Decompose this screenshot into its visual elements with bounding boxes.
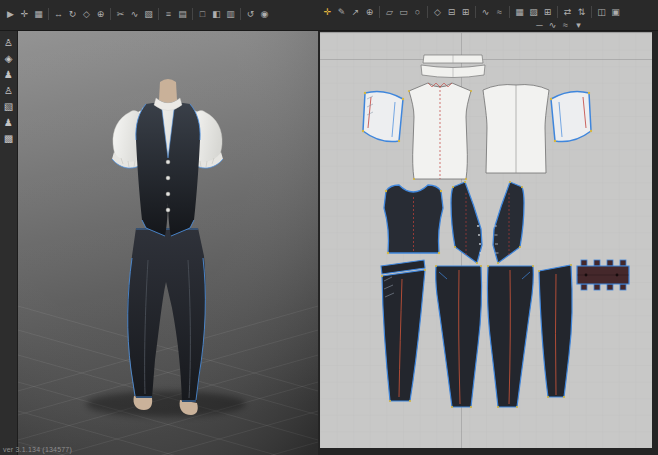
stitch-wave-icon[interactable]: ∿ [546,17,559,33]
reset-view-icon[interactable]: ↺ [244,6,257,22]
add-point-icon[interactable]: ⊕ [363,4,376,20]
scale-tool-icon[interactable]: ◇ [80,6,93,22]
notch-tool-icon[interactable]: ⊟ [445,4,458,20]
toolbar-separator [192,8,193,20]
pin-tool-icon[interactable]: ⊕ [94,6,107,22]
tape-measure-icon[interactable]: ≡ [162,6,175,22]
stitch-plain-icon[interactable]: ─ [533,17,546,33]
show-avatar-icon[interactable]: □ [196,6,209,22]
collar-band-pattern[interactable] [423,55,483,63]
scene-3d [18,30,318,455]
free-sew-icon[interactable]: ≈ [493,4,506,20]
segment-sew-icon[interactable]: ∿ [479,4,492,20]
toolbar-separator [427,6,428,18]
show-body-mesh-icon[interactable]: ♟ [2,68,16,81]
toolbar-separator [509,6,510,18]
scene-2d [320,33,652,448]
toolbar-separator [110,8,111,20]
transform-pattern-icon[interactable]: ✛ [321,4,334,20]
select-mesh-icon[interactable]: ▦ [32,6,45,22]
viewport-3d[interactable] [18,30,318,455]
flatten-icon[interactable]: ▤ [176,6,189,22]
grading-icon[interactable]: ▦ [513,4,526,20]
toolbar-3d-tools: ▶✛▦↔↻◇⊕✂∿▧≡▤□◧▥↺◉ [4,6,271,22]
show-avatar-toggle-icon[interactable]: ♙ [2,36,16,49]
texture-display-icon[interactable]: ▩ [2,132,16,145]
select-move-icon[interactable]: ✛ [18,6,31,22]
edit-curve-icon[interactable]: ↗ [349,4,362,20]
circle-tool-icon[interactable]: ○ [411,4,424,20]
stitch-dropdown-icon[interactable]: ▾ [572,17,585,33]
toolbar-separator [48,8,49,20]
side-display-toolbar: ♙◈♟♙▧♟▩ [0,30,18,455]
toolbar-separator [475,6,476,18]
scissors-icon[interactable]: ✂ [114,6,127,22]
rectangle-tool-icon[interactable]: ▭ [397,4,410,20]
simulate-icon[interactable]: ▶ [4,6,17,22]
snapshot-icon[interactable]: ◉ [258,6,271,22]
shirt-back-pattern[interactable] [483,85,549,173]
sleeve-left-pattern[interactable] [362,91,404,142]
toolbar-separator [591,6,592,18]
toolbar-separator [240,8,241,20]
trace-tool-icon[interactable]: ⊞ [459,4,472,20]
avatar-display-mode-icon[interactable]: ♟ [2,116,16,129]
vest-back-pattern[interactable] [384,185,443,254]
top-toolbar: ▶✛▦↔↻◇⊕✂∿▧≡▤□◧▥↺◉ ✛✎↗⊕▱▭○◇⊟⊞∿≈▦▨⊞⇄⇅◫▣ ─∿… [0,0,658,31]
arrangement-points-icon[interactable]: ◈ [2,52,16,65]
toolbar-stitch-styles: ─∿≈▾ [533,17,585,33]
surface-style-icon[interactable]: ▥ [224,6,237,22]
polygon-tool-icon[interactable]: ▱ [383,4,396,20]
show-garment-toggle-icon[interactable]: ♙ [2,84,16,97]
settings-icon[interactable]: ▣ [609,4,622,20]
show-garment-icon[interactable]: ◧ [210,6,223,22]
fold-arrangement-icon[interactable]: ▧ [142,6,155,22]
toolbar-separator [379,6,380,18]
sleeve-right-pattern[interactable] [550,91,592,142]
shirt-front-pattern[interactable] [408,83,472,180]
show-pattern-toggle-icon[interactable]: ▧ [2,100,16,113]
avatar-shadow [86,391,246,417]
toolbar-separator [158,8,159,20]
rotate-tool-icon[interactable]: ↻ [66,6,79,22]
stitch-zigzag-icon[interactable]: ≈ [559,17,572,33]
dart-tool-icon[interactable]: ◇ [431,4,444,20]
panel-layout-icon[interactable]: ◫ [595,4,608,20]
version-text: ver 3.1.134 (134577) [3,446,72,453]
move-tool-icon[interactable]: ↔ [52,6,65,22]
edit-pattern-icon[interactable]: ✎ [335,4,348,20]
sewing-tool-icon[interactable]: ∿ [128,6,141,22]
viewport-2d[interactable] [320,32,652,448]
